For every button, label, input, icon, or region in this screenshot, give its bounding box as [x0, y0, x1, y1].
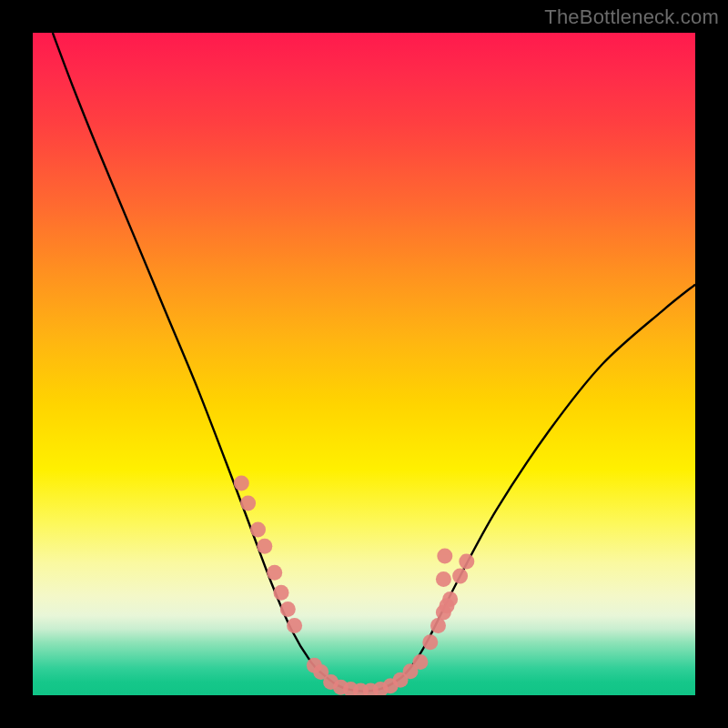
bottleneck-curve: [53, 33, 695, 692]
data-marker: [459, 553, 474, 569]
data-marker: [240, 495, 256, 511]
data-marker: [442, 592, 458, 607]
data-marker: [274, 585, 289, 601]
data-marker: [422, 634, 438, 650]
bottleneck-curve-svg: [33, 33, 695, 695]
data-marker: [452, 569, 468, 584]
data-marker: [257, 539, 272, 554]
plot-area: [33, 33, 695, 695]
data-marker: [280, 602, 296, 617]
watermark-text: TheBottleneck.com: [544, 5, 719, 29]
chart-frame: TheBottleneck.com: [0, 0, 728, 728]
data-marker: [234, 476, 249, 491]
data-marker: [436, 571, 451, 587]
data-marker: [437, 549, 452, 564]
data-marker: [412, 654, 428, 670]
data-marker: [250, 522, 266, 538]
data-marker: [287, 618, 302, 633]
data-markers: [234, 476, 475, 696]
data-marker: [430, 618, 446, 633]
data-marker: [267, 565, 282, 581]
